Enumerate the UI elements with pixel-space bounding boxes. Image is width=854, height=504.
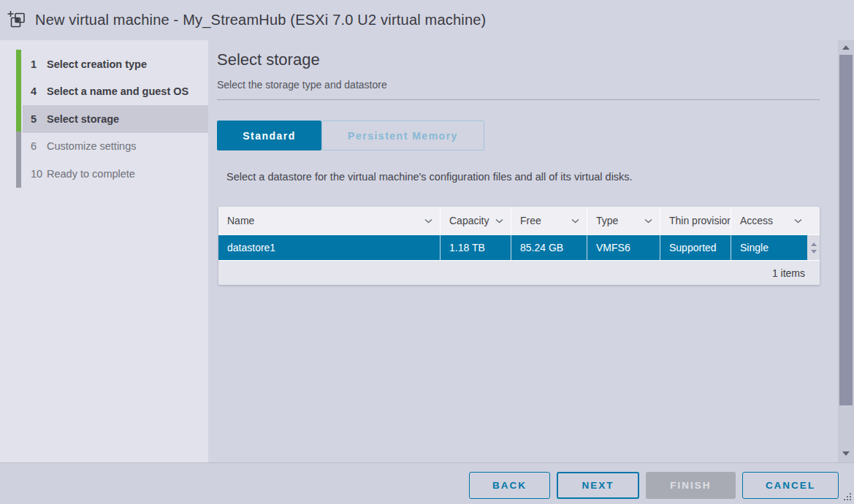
column-label: Thin provisioning: [669, 215, 731, 226]
datastore-table-body: datastore11.18 TB85.24 GBVMFS6SupportedS…: [218, 234, 820, 260]
table-cell: Supported: [660, 235, 731, 260]
wizard-step-6: 6Customize settings: [23, 133, 208, 161]
datastore-description: Select a datastore for the virtual machi…: [217, 171, 838, 183]
wizard-steps-nav: 1Select creation type4Select a name and …: [0, 40, 208, 462]
next-button[interactable]: NEXT: [557, 472, 639, 499]
column-header-access[interactable]: Access: [731, 207, 820, 234]
step-number: 4: [31, 85, 45, 97]
column-label: Name: [227, 215, 254, 226]
column-menu-chevron-icon[interactable]: [794, 218, 802, 224]
cancel-button[interactable]: CANCEL: [742, 472, 839, 499]
new-vm-icon: [7, 10, 27, 30]
step-label: Ready to complete: [47, 168, 135, 180]
column-menu-chevron-icon[interactable]: [424, 218, 432, 224]
wizard-step-4[interactable]: 4Select a name and guest OS: [23, 78, 208, 106]
column-menu-chevron-icon[interactable]: [644, 218, 652, 224]
step-label: Select storage: [47, 113, 119, 125]
table-cell: Single: [731, 235, 807, 260]
column-header-name[interactable]: Name: [218, 207, 440, 234]
column-menu-chevron-icon[interactable]: [495, 218, 503, 224]
page-subtitle: Select the storage type and datastore: [217, 79, 838, 91]
step-number: 1: [31, 58, 45, 70]
new-vm-dialog: New virtual machine - My_StreamHub (ESXi…: [0, 0, 854, 504]
resize-grip[interactable]: [844, 493, 852, 501]
wizard-step-10: 10Ready to complete: [23, 160, 208, 188]
column-label: Access: [740, 215, 773, 226]
column-header-type[interactable]: Type: [587, 207, 660, 234]
wizard-step-5[interactable]: 5Select storage: [23, 105, 208, 133]
back-button[interactable]: BACK: [469, 472, 550, 499]
step-label: Customize settings: [47, 140, 137, 152]
storage-type-tabs: StandardPersistent Memory: [217, 121, 838, 150]
step-number: 5: [31, 113, 45, 125]
step-label: Select creation type: [47, 58, 147, 70]
page-title: Select storage: [217, 50, 838, 69]
tab-label: Persistent Memory: [348, 130, 458, 142]
column-label: Free: [520, 215, 541, 226]
progress-rail-complete: [16, 50, 21, 131]
step-label: Select a name and guest OS: [47, 85, 188, 97]
dialog-footer: BACKNEXTFINISHCANCEL: [0, 462, 854, 504]
tab-persistent-memory[interactable]: Persistent Memory: [321, 121, 484, 150]
column-menu-chevron-icon[interactable]: [571, 218, 579, 224]
finish-button[interactable]: FINISH: [646, 472, 736, 499]
dialog-titlebar: New virtual machine - My_StreamHub (ESXi…: [0, 0, 854, 40]
table-cell: 1.18 TB: [440, 235, 511, 260]
datastore-table: NameCapacityFreeTypeThin provisioningAcc…: [218, 207, 820, 285]
column-label: Capacity: [449, 215, 489, 226]
select-storage-panel: Select storage Select the storage type a…: [208, 40, 838, 462]
tab-label: Standard: [243, 130, 296, 142]
tab-standard[interactable]: Standard: [217, 121, 321, 150]
step-number: 6: [31, 140, 45, 152]
table-scroll-down-icon[interactable]: [811, 250, 817, 253]
table-cell: datastore1: [218, 235, 440, 260]
scroll-up-arrow-icon[interactable]: [838, 40, 854, 55]
table-row-datastore1[interactable]: datastore11.18 TB85.24 GBVMFS6SupportedS…: [218, 234, 820, 260]
scroll-down-arrow-icon[interactable]: [838, 446, 854, 461]
step-number: 10: [31, 168, 45, 180]
datastore-table-footer: 1 items: [218, 260, 820, 285]
datastore-table-header: NameCapacityFreeTypeThin provisioningAcc…: [218, 207, 820, 234]
wizard-step-1[interactable]: 1Select creation type: [23, 50, 208, 78]
table-scroll-up-icon[interactable]: [811, 243, 817, 246]
table-cell: VMFS6: [587, 235, 660, 260]
header-divider: [217, 99, 820, 100]
items-count: 1 items: [772, 267, 805, 279]
vertical-scrollbar[interactable]: [838, 40, 854, 462]
progress-rail: [16, 50, 21, 188]
column-header-capacity[interactable]: Capacity: [440, 207, 511, 234]
column-header-thin-provisioning[interactable]: Thin provisioning: [660, 207, 731, 234]
column-header-free[interactable]: Free: [511, 207, 587, 234]
dialog-title: New virtual machine - My_StreamHub (ESXi…: [35, 12, 486, 28]
table-cell: 85.24 GB: [511, 235, 587, 260]
table-scrollbar[interactable]: [807, 235, 820, 260]
scrollbar-thumb[interactable]: [839, 55, 853, 405]
column-label: Type: [596, 215, 618, 226]
